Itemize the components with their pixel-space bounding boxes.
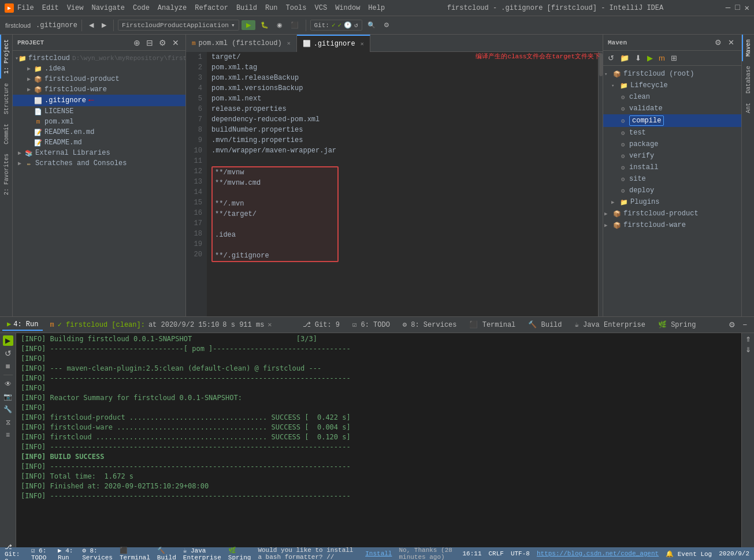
- scroll-top-btn[interactable]: ⇑: [745, 335, 751, 344]
- tree-item-scratches[interactable]: ▶ ✏ Scratches and Consoles: [13, 158, 185, 169]
- tree-item-readme[interactable]: 📝 README.md: [13, 137, 185, 148]
- tree-item-product[interactable]: ▶ 📦 firstcloud-product: [13, 74, 185, 84]
- settings-btn[interactable]: ⚙: [381, 20, 392, 31]
- maven-download-btn[interactable]: ⬇: [633, 53, 644, 64]
- tree-item-gitignore[interactable]: ⬜ .gitignore ←: [13, 95, 185, 106]
- bottom-settings-btn[interactable]: ⚙: [726, 319, 738, 330]
- minimize-button[interactable]: —: [726, 3, 730, 13]
- project-tab[interactable]: 1: Project: [0, 35, 12, 79]
- console-output[interactable]: [INFO] Building firstcloud 0.0.1-SNAPSHO…: [16, 333, 741, 547]
- status-run[interactable]: ▶ 4: Run: [58, 547, 75, 561]
- menu-window[interactable]: Window: [335, 4, 360, 12]
- run-action-run-btn[interactable]: ▶: [3, 335, 13, 346]
- maximize-button[interactable]: □: [735, 3, 740, 13]
- database-side-tab[interactable]: Database: [742, 61, 754, 98]
- menu-run[interactable]: Run: [265, 4, 278, 12]
- locate-in-tree-btn[interactable]: ⊕: [132, 38, 142, 48]
- maven-m-btn[interactable]: m: [656, 53, 667, 64]
- project-name-btn[interactable]: firstcloud: [2, 20, 34, 31]
- bottom-tab-git[interactable]: ⎇ Git: 9: [298, 319, 344, 330]
- window-controls[interactable]: — □ ✕: [726, 3, 749, 13]
- debug-button[interactable]: 🐛: [258, 20, 272, 31]
- status-build[interactable]: 🔨 Build: [157, 547, 176, 561]
- search-everywhere-btn[interactable]: 🔍: [365, 20, 378, 31]
- menu-view[interactable]: View: [67, 4, 84, 12]
- close-tab-icon[interactable]: ✕: [361, 40, 364, 47]
- maven-run-btn[interactable]: ▶: [645, 53, 655, 64]
- bottom-tab-spring[interactable]: 🌿 Spring: [653, 319, 700, 330]
- bottom-tab-todo[interactable]: ☑ 6: TODO: [348, 319, 395, 330]
- status-java-enterprise[interactable]: ☕ Java Enterprise: [183, 547, 221, 561]
- status-url[interactable]: https://blog.csdn.net/code_agent: [537, 550, 659, 557]
- maven-item-product-mod[interactable]: ▶ 📦 firstcloud-product: [603, 208, 741, 219]
- structure-tab[interactable]: Structure: [0, 79, 12, 119]
- maven-add-btn[interactable]: 📁: [618, 53, 632, 64]
- maven-item-install[interactable]: ⚙ install: [603, 162, 741, 173]
- maven-item-verify[interactable]: ⚙ verify: [603, 150, 741, 162]
- status-git[interactable]: ⎇ Git: 9: [5, 543, 24, 561]
- maven-item-package[interactable]: ⚙ package: [603, 139, 741, 150]
- menu-help[interactable]: Help: [368, 4, 385, 12]
- back-btn[interactable]: ◀: [86, 20, 96, 31]
- run-action-filter-btn[interactable]: ⧖: [3, 417, 13, 427]
- run-action-list-btn[interactable]: ≡: [3, 430, 13, 440]
- status-install-btn[interactable]: Install: [365, 550, 392, 557]
- bottom-tab-run[interactable]: ▶ 4: Run: [2, 319, 43, 331]
- bottom-tab-java-enterprise[interactable]: ☕ Java Enterprise: [570, 319, 650, 330]
- maven-side-tab[interactable]: Maven: [742, 35, 754, 61]
- maven-item-clean[interactable]: ⚙ clean: [603, 91, 741, 103]
- menu-file[interactable]: File: [17, 4, 34, 12]
- run-tab-close-icon[interactable]: ✕: [268, 320, 272, 329]
- run-button[interactable]: ▶: [242, 20, 255, 30]
- maven-settings-btn[interactable]: ⚙: [712, 37, 724, 48]
- tree-item-idea[interactable]: ▶ 📁 .idea: [13, 64, 185, 74]
- bottom-tab-services[interactable]: ⚙ 8: Services: [398, 319, 462, 330]
- run-action-reload-btn[interactable]: ↺: [3, 348, 13, 359]
- forward-btn[interactable]: ▶: [99, 20, 109, 31]
- run-action-camera-btn[interactable]: 📷: [3, 391, 13, 402]
- status-event-log[interactable]: 🔔 Event Log: [666, 550, 712, 558]
- maven-item-deploy[interactable]: ⚙ deploy: [603, 185, 741, 196]
- menu-code[interactable]: Code: [133, 4, 150, 12]
- maven-item-plugins[interactable]: ▶ 📁 Plugins: [603, 196, 741, 208]
- commit-tab[interactable]: Commit: [0, 119, 12, 149]
- maven-item-validate[interactable]: ⚙ validate: [603, 103, 741, 114]
- favorites-tab[interactable]: 2: Favorites: [0, 149, 12, 200]
- maven-item-site[interactable]: ⚙ site: [603, 173, 741, 185]
- editor-scrollbar[interactable]: [598, 52, 603, 316]
- bottom-tab-build[interactable]: 🔨 Build: [523, 319, 566, 330]
- status-terminal[interactable]: ⬛ Terminal: [120, 547, 150, 561]
- status-line-col[interactable]: 16:11: [463, 550, 482, 557]
- scroll-bottom-btn[interactable]: ⇓: [745, 346, 751, 354]
- menu-edit[interactable]: Edit: [42, 4, 59, 12]
- menu-analyze[interactable]: Analyze: [158, 4, 187, 12]
- close-tab-icon[interactable]: ✕: [287, 40, 291, 47]
- status-charset[interactable]: UTF-8: [511, 550, 530, 557]
- sidebar-settings-btn[interactable]: ⚙: [157, 38, 168, 48]
- maven-refresh-btn[interactable]: ↺: [606, 53, 616, 64]
- close-button[interactable]: ✕: [745, 3, 749, 13]
- collapse-all-btn[interactable]: ⊟: [144, 38, 155, 48]
- run-config-selector[interactable]: FirstcloudProductApplication ▾: [118, 20, 239, 31]
- maven-item-ware-mod[interactable]: ▶ 📦 firstcloud-ware: [603, 219, 741, 231]
- tab-pom[interactable]: m pom.xml (firstcloud) ✕: [186, 35, 297, 52]
- maven-item-lifecycle[interactable]: ▾ 📁 Lifecycle: [603, 80, 741, 91]
- tree-item-license[interactable]: 📄 LICENSE: [13, 106, 185, 117]
- menu-tools[interactable]: Tools: [286, 4, 307, 12]
- bottom-tab-terminal[interactable]: ⬛ Terminal: [465, 319, 520, 330]
- git-status[interactable]: Git: ✓ ✓ 🕐 ↺: [310, 20, 362, 31]
- run-action-eye-btn[interactable]: 👁: [3, 379, 13, 389]
- status-services[interactable]: ⚙ 8: Services: [82, 547, 113, 561]
- run-action-stop-btn[interactable]: ■: [3, 361, 13, 371]
- tree-item-external-libs[interactable]: ▶ 📚 External Libraries: [13, 148, 185, 158]
- maven-close-btn[interactable]: ✕: [726, 37, 737, 48]
- menu-vcs[interactable]: VCS: [315, 4, 328, 12]
- tree-item-pom[interactable]: m pom.xml: [13, 117, 185, 127]
- maven-item-test[interactable]: ⚙ test: [603, 127, 741, 139]
- coverage-button[interactable]: ⬛: [288, 20, 302, 31]
- menu-bar[interactable]: File Edit View Navigate Code Analyze Ref…: [17, 4, 385, 12]
- code-editor[interactable]: target/ pom.xml.tag pom.xml.releaseBacku…: [207, 52, 603, 316]
- tree-item-firstcloud[interactable]: ▾ 📁 firstcloud D:\wyn_work\myRepository\…: [13, 53, 185, 64]
- sidebar-close-btn[interactable]: ✕: [170, 38, 181, 48]
- editor-content[interactable]: 编译产生的class文件会在target文件夹下 12345 678910 11…: [186, 52, 603, 316]
